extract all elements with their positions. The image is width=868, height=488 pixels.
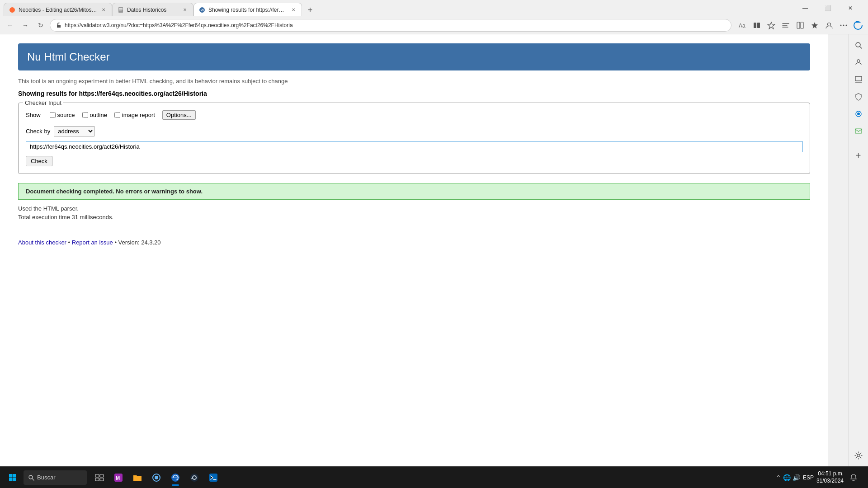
report-link[interactable]: Report an issue xyxy=(72,239,113,246)
translate-icon[interactable]: Aa xyxy=(736,19,749,32)
taskbar-apps: M xyxy=(90,469,222,487)
taskbar: Buscar M xyxy=(0,466,868,488)
tabs-container: Neocities - Editing act26/Mitos.h... ✕ D… xyxy=(4,0,793,16)
profile-sidebar-icon[interactable] xyxy=(851,55,866,70)
speaker-icon[interactable]: 🔊 xyxy=(793,474,800,481)
svg-rect-2 xyxy=(119,8,123,9)
back-button[interactable]: ← xyxy=(4,19,16,32)
minimize-button[interactable]: — xyxy=(795,1,816,15)
svg-marker-10 xyxy=(768,22,775,29)
taskbar-app-folder[interactable] xyxy=(128,469,146,487)
time-display: 04:51 p.m. xyxy=(816,470,844,478)
tab3-favicon: W xyxy=(198,6,206,14)
favorites-bar-icon[interactable] xyxy=(808,19,821,32)
language-indicator: ESP xyxy=(803,474,814,481)
source-checkbox[interactable] xyxy=(50,112,56,118)
footer-sep2: • xyxy=(114,239,118,246)
svg-rect-27 xyxy=(9,474,13,478)
taskbar-app-circle[interactable] xyxy=(147,469,165,487)
url-input[interactable] xyxy=(26,141,802,152)
checker-input-box: Checker Input Show source outline image … xyxy=(18,103,810,174)
svg-rect-8 xyxy=(754,23,756,28)
taskbar-app-edge[interactable] xyxy=(166,469,184,487)
tool-description: This tool is an ongoing experiment in be… xyxy=(18,78,810,84)
taskbar-app-vscode[interactable] xyxy=(204,469,222,487)
svg-point-42 xyxy=(190,474,198,482)
svg-rect-34 xyxy=(100,474,104,477)
show-label: Show xyxy=(26,112,41,118)
maximize-button[interactable]: ⬜ xyxy=(817,1,838,15)
svg-point-20 xyxy=(857,60,860,62)
svg-rect-3 xyxy=(119,9,123,9)
close-window-button[interactable]: ✕ xyxy=(840,1,861,15)
window-controls: — ⬜ ✕ xyxy=(795,1,864,15)
svg-rect-9 xyxy=(757,23,760,28)
version-text: Version: 24.3.20 xyxy=(118,239,161,246)
about-link[interactable]: About this checker xyxy=(18,239,66,246)
svg-rect-11 xyxy=(797,22,800,28)
split-view-icon[interactable] xyxy=(794,19,807,32)
search-sidebar-icon[interactable] xyxy=(851,38,866,52)
taskbar-app-purple[interactable]: M xyxy=(109,469,127,487)
tab2-close-button[interactable]: ✕ xyxy=(181,6,189,14)
checker-header: Nu Html Checker xyxy=(18,43,810,70)
svg-text:Aa: Aa xyxy=(739,23,745,29)
tab1-title: Neocities - Editing act26/Mitos.h... xyxy=(19,7,97,13)
check-by-select[interactable]: address file upload text input xyxy=(54,126,94,136)
svg-marker-13 xyxy=(811,22,818,28)
svg-point-14 xyxy=(828,23,831,26)
svg-line-19 xyxy=(860,47,862,48)
refresh-button[interactable]: ↻ xyxy=(34,19,47,32)
mail-sidebar-icon[interactable] xyxy=(851,124,866,138)
title-bar: Neocities - Editing act26/Mitos.h... ✕ D… xyxy=(0,0,868,16)
results-heading: Showing results for https://fer64qs.neoc… xyxy=(18,90,810,97)
taskbar-app-steam[interactable] xyxy=(185,469,203,487)
toolbar-icons: Aa xyxy=(734,19,864,32)
forward-button[interactable]: → xyxy=(19,19,32,32)
tab3-close-button[interactable]: ✕ xyxy=(290,6,297,14)
image-report-checkbox-label[interactable]: image report xyxy=(114,112,155,118)
checker-input-legend: Checker Input xyxy=(23,99,63,106)
immersive-reader-icon[interactable] xyxy=(779,19,792,32)
svg-rect-25 xyxy=(855,129,862,133)
check-button[interactable]: Check xyxy=(26,156,52,166)
svg-rect-33 xyxy=(95,474,99,477)
tab1-close-button[interactable]: ✕ xyxy=(100,6,107,14)
new-tab-button[interactable]: + xyxy=(304,4,316,16)
network-icon[interactable]: 🌐 xyxy=(783,474,791,481)
profile-browser-icon[interactable] xyxy=(823,19,835,32)
browser-window: Neocities - Editing act26/Mitos.h... ✕ D… xyxy=(0,0,868,488)
collections-sidebar-icon[interactable] xyxy=(851,72,866,87)
start-button[interactable] xyxy=(4,469,22,487)
more-options-icon[interactable] xyxy=(837,19,850,32)
image-report-checkbox[interactable] xyxy=(114,112,120,118)
notification-button[interactable] xyxy=(846,470,861,485)
svg-rect-29 xyxy=(9,478,13,481)
svg-point-16 xyxy=(843,24,844,26)
svg-rect-12 xyxy=(801,22,803,28)
tab-neocities[interactable]: Neocities - Editing act26/Mitos.h... ✕ xyxy=(4,3,112,16)
add-sidebar-icon[interactable]: + xyxy=(851,148,866,163)
tab1-favicon xyxy=(9,6,16,14)
source-checkbox-label[interactable]: source xyxy=(50,112,75,118)
extensions-sidebar-icon[interactable] xyxy=(851,107,866,121)
svg-rect-21 xyxy=(855,76,862,81)
shield-sidebar-icon[interactable] xyxy=(851,89,866,104)
url-bar[interactable]: https://validator.w3.org/nu/?doc=https%3… xyxy=(50,19,731,32)
outline-checkbox[interactable] xyxy=(82,112,88,118)
taskbar-search-text: Buscar xyxy=(37,474,55,481)
favorites-icon[interactable] xyxy=(765,19,778,32)
tab3-title: Showing results for https://fer64... xyxy=(208,7,287,13)
taskbar-search[interactable]: Buscar xyxy=(24,470,87,485)
settings-sidebar-icon[interactable] xyxy=(851,448,866,463)
svg-text:W: W xyxy=(201,8,204,12)
taskbar-task-view[interactable] xyxy=(90,469,108,487)
tab-datos[interactable]: Datos Historicos ✕ xyxy=(112,3,193,16)
options-button[interactable]: Options... xyxy=(162,110,196,120)
outline-checkbox-label[interactable]: outline xyxy=(82,112,107,118)
svg-line-32 xyxy=(32,479,34,480)
chevron-up-icon[interactable]: ⌃ xyxy=(776,474,781,481)
reader-view-icon[interactable] xyxy=(750,19,763,32)
url-text: https://validator.w3.org/nu/?doc=https%3… xyxy=(65,22,726,28)
tab-validator[interactable]: W Showing results for https://fer64... ✕ xyxy=(193,3,302,16)
